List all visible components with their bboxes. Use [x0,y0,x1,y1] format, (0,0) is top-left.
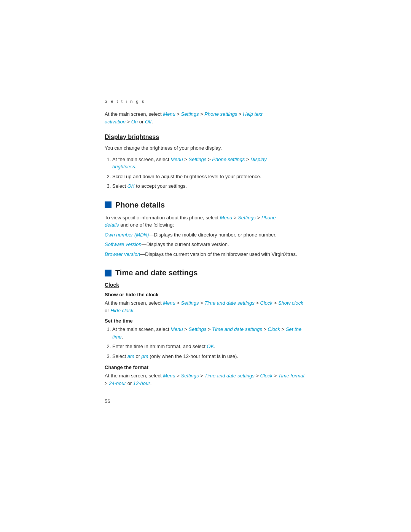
set-time-step3: Select am or pm (only when the 12-hour f… [112,353,306,360]
phone-details-blue-square [105,201,112,208]
phone-details-heading-text: Phone details [115,201,165,209]
time-date-heading-row: Time and date settings [105,268,306,277]
set-time-section: Set the time At the main screen, select … [105,318,306,360]
change-format-section: Change the format At the main screen, se… [105,364,306,387]
phone-details-link-details[interactable]: details [105,222,119,228]
clock-section: Clock Show or hide the clock At the main… [105,282,306,387]
show-hide-clock-section: Show or hide the clock At the main scree… [105,292,306,314]
software-version-link[interactable]: Software version [105,241,142,247]
step1-link-menu[interactable]: Menu [170,157,183,162]
browser-version-link[interactable]: Browser version [105,251,140,257]
intro-sep5: or [138,119,145,125]
set-time-step2: Enter the time in hh:mm format, and sele… [112,343,306,350]
intro-link-phone-settings[interactable]: Phone settings [204,111,237,117]
step1-link-display[interactable]: Display [250,157,267,162]
change-format-link-24hour[interactable]: 24-hour [109,380,126,386]
step3-link-ok[interactable]: OK [127,183,135,189]
time-date-section: Time and date settings Clock Show or hid… [105,268,306,387]
change-format-link-12hour[interactable]: 12-hour [133,380,150,386]
set-time-link-clock[interactable]: Clock [268,326,280,332]
display-brightness-desc: You can change the brightness of your ph… [105,144,306,152]
show-hide-link-menu[interactable]: Menu [163,300,175,306]
phone-details-desc: To view specific information about this … [105,214,306,229]
display-brightness-section: Display brightness You can change the br… [105,134,306,190]
set-time-link-ok[interactable]: OK [207,343,214,349]
page-content: S e t t i n g s At the main screen, sele… [0,0,411,532]
show-hide-link-hide-clock[interactable]: Hide clock [110,308,133,313]
phone-details-section: Phone details To view specific informati… [105,201,306,258]
phone-details-link-phone[interactable]: Phone [261,215,276,220]
intro-sep4: > [126,119,131,125]
show-hide-link-settings[interactable]: Settings [181,300,199,306]
step1-link-settings[interactable]: Settings [189,157,207,162]
intro-link-help-text[interactable]: Help text [243,111,262,117]
intro-sep2: > [199,111,205,117]
set-time-link-pm[interactable]: pm [142,353,148,359]
phone-details-link-menu[interactable]: Menu [220,215,233,220]
phone-details-item3: Browser version—Displays the current ver… [105,251,306,258]
set-time-step1: At the main screen, select Menu > Settin… [112,326,306,340]
set-time-link-menu[interactable]: Menu [170,326,183,332]
change-format-link-settings[interactable]: Settings [181,373,199,379]
own-number-link[interactable]: Own number (MDN) [105,232,149,238]
phone-details-heading-row: Phone details [105,201,306,209]
step-3: Select OK to accept your settings. [112,182,306,190]
set-time-link-time-date[interactable]: Time and date settings [212,326,262,332]
step-1: At the main screen, select Menu > Settin… [112,156,306,171]
step1-link-phone-settings[interactable]: Phone settings [212,157,245,162]
intro-end: . [151,119,153,125]
intro-sep1: > [175,111,181,117]
clock-heading: Clock [105,282,306,288]
change-format-heading: Change the format [105,364,306,370]
change-format-link-time-format[interactable]: Time format [278,373,304,379]
change-format-link-time-date[interactable]: Time and date settings [204,373,254,379]
set-time-steps: At the main screen, select Menu > Settin… [112,326,306,360]
time-date-heading-text: Time and date settings [115,268,198,277]
intro-link-activation[interactable]: activation [105,119,126,125]
step1-link-brightness[interactable]: brightness [112,164,135,169]
phone-details-link-settings[interactable]: Settings [238,215,256,220]
intro-link-off[interactable]: Off [145,119,151,125]
show-hide-link-time-date[interactable]: Time and date settings [204,300,254,306]
change-format-text: At the main screen, select Menu > Settin… [105,372,306,387]
change-format-link-menu[interactable]: Menu [163,373,175,379]
display-brightness-steps: At the main screen, select Menu > Settin… [112,156,306,190]
intro-text-pre: At the main screen, select [105,111,163,117]
phone-details-item2: Software version—Displays the current so… [105,241,306,248]
step-2: Scroll up and down to adjust the brightn… [112,173,306,181]
show-hide-clock-heading: Show or hide the clock [105,292,306,297]
intro-link-menu[interactable]: Menu [163,111,175,117]
set-time-link-am[interactable]: am [127,353,134,359]
change-format-link-clock[interactable]: Clock [260,373,273,379]
intro-link-on[interactable]: On [131,119,138,125]
intro-paragraph: At the main screen, select Menu > Settin… [105,110,306,125]
set-time-link-settings[interactable]: Settings [189,326,207,332]
display-brightness-heading: Display brightness [105,134,306,141]
step1-pre: At the main screen, select [112,157,170,162]
time-date-blue-square [105,270,112,276]
set-time-heading: Set the time [105,318,306,324]
show-hide-link-clock[interactable]: Clock [260,300,273,306]
show-hide-clock-text: At the main screen, select Menu > Settin… [105,299,306,314]
settings-label: S e t t i n g s [105,99,306,104]
page-number: 56 [105,398,306,404]
intro-link-settings[interactable]: Settings [181,111,199,117]
show-hide-link-show-clock[interactable]: Show clock [278,300,303,306]
intro-sep3: > [237,111,243,117]
phone-details-item1: Own number (MDN)—Displays the mobile dir… [105,231,306,239]
